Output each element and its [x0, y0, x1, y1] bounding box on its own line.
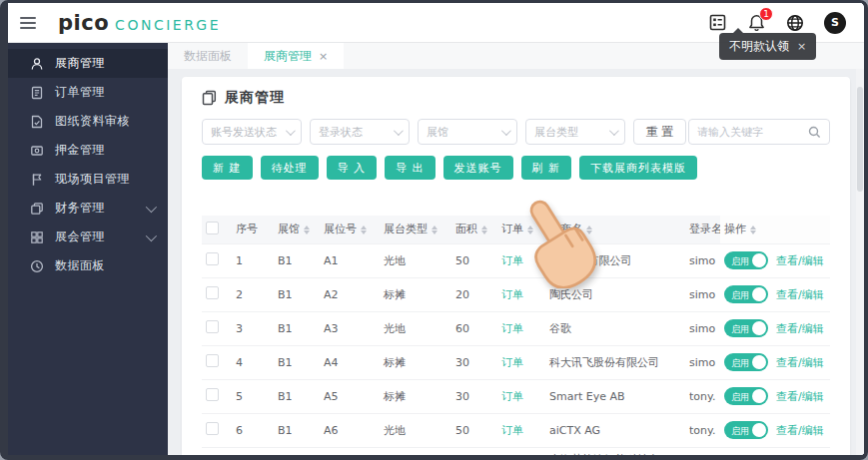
search-icon[interactable] — [808, 126, 821, 139]
refresh-button[interactable]: 刷 新 — [521, 156, 572, 180]
cell-area: 30 — [451, 345, 497, 379]
chevron-down-icon — [609, 126, 619, 136]
reset-button[interactable]: 重 置 — [633, 119, 686, 145]
sidebar-item-data-panel[interactable]: 数据面板 — [8, 251, 168, 280]
table-row: 2 B1 A2 标摊 20 订单 陶氏公司 simo 启用 查看/编辑 — [202, 277, 830, 311]
table-row: 1 B1 A1 光地 50 订单 3M中国有限公司 simo 启用 查看/编辑 — [202, 243, 830, 277]
order-link[interactable]: 订单 — [501, 356, 523, 369]
sidebar-item-order-management[interactable]: 订单管理 — [8, 78, 168, 107]
cell-index: 1 — [232, 243, 274, 277]
tooltip-close-icon[interactable]: × — [797, 40, 806, 53]
export-button[interactable]: 导 出 — [385, 156, 435, 180]
filter-account-send-status[interactable]: 账号发送状态 — [202, 119, 302, 145]
view-edit-link[interactable]: 查看/编辑 — [776, 355, 824, 370]
sidebar-nav: 展商管理 订单管理 图纸资料审核 押金管理 现场项目管理 财务管理 — [8, 43, 168, 455]
sidebar-item-drawing-review[interactable]: 图纸资料审核 — [8, 107, 168, 136]
filter-booth-type[interactable]: 展台类型 — [525, 119, 625, 145]
view-edit-link[interactable]: 查看/编辑 — [776, 389, 824, 404]
new-button[interactable]: 新 建 — [202, 156, 253, 180]
tab-close-icon[interactable]: × — [319, 50, 328, 63]
language-globe-icon[interactable] — [785, 13, 805, 33]
ledger-claim-icon[interactable] — [707, 13, 727, 33]
col-header-actions[interactable]: 操作 — [720, 216, 830, 243]
col-header-login[interactable]: 登录名 — [685, 216, 720, 243]
send-account-button[interactable]: 发送账号 — [443, 156, 513, 180]
enable-toggle[interactable]: 启用 — [724, 251, 768, 269]
row-checkbox[interactable] — [206, 320, 219, 333]
enable-toggle[interactable]: 启用 — [724, 285, 768, 303]
data-panel-icon — [30, 259, 44, 273]
col-header-booth[interactable]: 展位号 — [320, 216, 380, 243]
search-input[interactable] — [697, 126, 808, 139]
cell-hall — [274, 447, 320, 455]
sort-icon[interactable] — [361, 226, 367, 235]
view-edit-link[interactable]: 查看/编辑 — [776, 253, 824, 268]
row-checkbox[interactable] — [206, 422, 219, 435]
select-all-checkbox[interactable] — [206, 222, 219, 234]
sort-icon[interactable] — [481, 226, 487, 235]
order-link[interactable]: 订单 — [501, 254, 523, 267]
sidebar-item-finance-management[interactable]: 财务管理 — [8, 194, 168, 223]
exhibitor-table: 序号 展馆 展位号 展台类型 面积 订单 展商名 登录名 操作 — [202, 216, 830, 455]
row-checkbox[interactable] — [206, 388, 219, 401]
view-edit-link[interactable]: 查看/编辑 — [776, 287, 824, 302]
download-exhibitor-template-button[interactable]: 下载展商列表模版 — [579, 156, 697, 180]
order-link[interactable]: 订单 — [501, 288, 523, 301]
row-checkbox[interactable] — [206, 354, 219, 367]
order-link[interactable]: 订单 — [501, 424, 523, 437]
exhibitor-icon — [30, 57, 44, 71]
cell-booth: A5 — [320, 379, 380, 413]
col-header-area[interactable]: 面积 — [451, 216, 497, 243]
enable-toggle[interactable]: 启用 — [724, 387, 768, 405]
cell-type: 光地 — [380, 311, 451, 345]
sidebar-item-deposit-management[interactable]: 押金管理 — [8, 136, 168, 165]
filter-login-status[interactable]: 登录状态 — [310, 119, 410, 145]
sidebar-item-exhibitor-management[interactable]: 展商管理 — [8, 49, 168, 78]
view-edit-link[interactable]: 查看/编辑 — [776, 321, 824, 336]
col-header-type[interactable]: 展台类型 — [380, 216, 451, 243]
user-avatar[interactable]: S — [824, 12, 846, 34]
tab-data-panel[interactable]: 数据面板 — [168, 43, 248, 69]
cell-area: 30 — [451, 379, 497, 413]
enable-toggle[interactable]: 启用 — [724, 319, 768, 337]
filter-hall[interactable]: 展馆 — [418, 119, 517, 145]
view-edit-link[interactable]: 查看/编辑 — [776, 423, 824, 438]
order-link[interactable]: 订单 — [501, 322, 523, 335]
cell-area: 50 — [451, 243, 497, 277]
scrollbar-thumb[interactable] — [857, 87, 863, 192]
sort-icon[interactable] — [527, 226, 533, 235]
cell-type: 标摊 — [380, 345, 451, 379]
cell-booth: A4 — [320, 345, 380, 379]
sort-icon[interactable] — [304, 226, 310, 235]
sort-icon[interactable] — [586, 226, 592, 235]
page-title: 展商管理 — [225, 89, 285, 107]
col-header-order[interactable]: 订单 — [497, 216, 545, 243]
enable-toggle[interactable]: 启用 — [724, 421, 768, 439]
sort-icon[interactable] — [750, 226, 756, 235]
header-actions: 1 S — [707, 12, 846, 34]
main-content: 数据面板 展商管理 × 展商管理 账号发送状态 — [168, 43, 864, 455]
chevron-down-icon — [146, 201, 157, 212]
cell-login: simo — [685, 243, 720, 277]
sidebar-item-exhibition-management[interactable]: 展会管理 — [8, 223, 168, 251]
import-button[interactable]: 导 入 — [327, 156, 378, 180]
pending-button[interactable]: 待处理 — [261, 156, 319, 180]
enable-toggle[interactable]: 启用 — [724, 353, 768, 371]
sidebar-item-label: 图纸资料审核 — [55, 113, 130, 130]
col-header-hall[interactable]: 展馆 — [274, 216, 320, 243]
sort-icon[interactable] — [432, 226, 437, 235]
vertical-scrollbar[interactable] — [856, 69, 864, 455]
notifications-bell-icon[interactable]: 1 — [746, 13, 766, 33]
tab-exhibitor-management[interactable]: 展商管理 × — [248, 43, 344, 69]
cell-booth — [320, 447, 380, 455]
order-link[interactable]: 订单 — [501, 390, 523, 403]
row-checkbox[interactable] — [206, 252, 219, 265]
cell-hall: B1 — [274, 345, 320, 379]
col-header-index: 序号 — [232, 216, 274, 243]
row-checkbox[interactable] — [206, 286, 219, 299]
tab-label: 展商管理 — [264, 48, 312, 65]
hamburger-menu-icon[interactable] — [20, 17, 36, 29]
col-header-name[interactable]: 展商名 — [545, 216, 685, 243]
sidebar-item-onsite-project-management[interactable]: 现场项目管理 — [8, 165, 168, 194]
sidebar-item-label: 订单管理 — [55, 84, 105, 101]
